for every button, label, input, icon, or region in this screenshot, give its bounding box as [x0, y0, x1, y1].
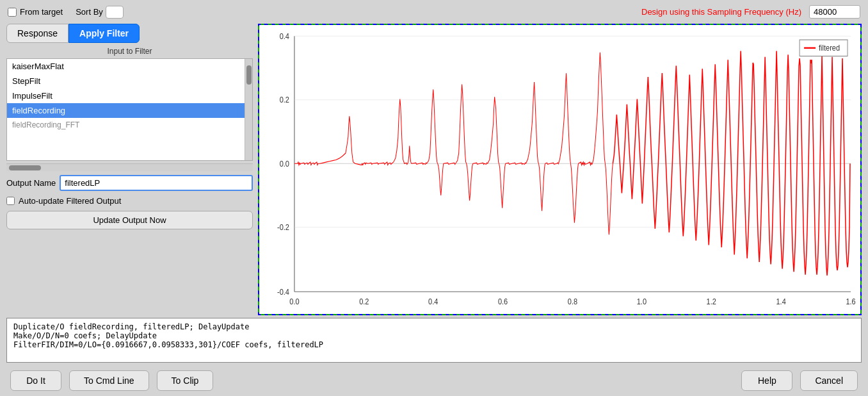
button-row: Response Apply Filter — [6, 24, 253, 43]
from-target-checkbox-label[interactable]: From target — [8, 7, 63, 17]
svg-text:0.2: 0.2 — [359, 297, 369, 306]
auto-update-checkbox[interactable] — [6, 197, 15, 205]
list-scrollbar[interactable] — [245, 59, 252, 160]
sort-by-label: Sort By — [76, 7, 103, 17]
scrollbar-thumb — [246, 65, 252, 85]
svg-text:1.6: 1.6 — [846, 297, 856, 306]
sampling-freq-input[interactable] — [809, 5, 860, 19]
svg-text:0.2: 0.2 — [280, 95, 289, 105]
auto-update-row: Auto-update Filtered Output — [6, 196, 253, 206]
svg-text:1.4: 1.4 — [776, 297, 786, 306]
sampling-freq-label: Design using this Sampling Frequency (Hz… — [641, 7, 801, 17]
list-item[interactable]: StepFilt — [7, 74, 245, 88]
horiz-scrollbar[interactable] — [6, 163, 253, 171]
help-button[interactable]: Help — [741, 370, 792, 391]
do-it-button[interactable]: Do It — [10, 370, 61, 391]
console-line-2: Make/O/D/N=0 coefs; DelayUpdate — [13, 331, 855, 340]
svg-text:0.0: 0.0 — [289, 297, 300, 306]
svg-rect-0 — [259, 25, 860, 314]
auto-update-label: Auto-update Filtered Output — [19, 196, 121, 206]
response-button[interactable]: Response — [6, 24, 68, 43]
to-clip-button[interactable]: To Clip — [157, 370, 214, 391]
list-item-selected[interactable]: fieldRecording — [7, 103, 245, 118]
sort-by-select[interactable] — [106, 6, 124, 19]
horiz-thumb — [9, 165, 41, 170]
update-output-button[interactable]: Update Output Now — [6, 211, 253, 229]
svg-text:0.8: 0.8 — [568, 297, 578, 306]
main-content: Response Apply Filter Input to Filter ka… — [0, 24, 868, 315]
console-area: Duplicate/O fieldRecording, filteredLP; … — [6, 318, 862, 363]
list-items: kaiserMaxFlat StepFilt ImpulseFilt field… — [7, 59, 245, 160]
list-container: kaiserMaxFlat StepFilt ImpulseFilt field… — [6, 58, 253, 161]
svg-text:0.0: 0.0 — [280, 159, 290, 169]
svg-text:1.2: 1.2 — [707, 297, 716, 306]
list-item[interactable]: kaiserMaxFlat — [7, 59, 245, 74]
list-item[interactable]: ImpulseFilt — [7, 88, 245, 103]
left-panel: Response Apply Filter Input to Filter ka… — [6, 24, 253, 315]
output-name-label: Output Name — [6, 178, 56, 188]
bottom-bar: Do It To Cmd Line To Clip Help Cancel — [0, 365, 868, 396]
cancel-button[interactable]: Cancel — [800, 370, 858, 391]
svg-text:filtered: filtered — [819, 44, 840, 53]
output-name-row: Output Name — [6, 175, 253, 191]
chart-area: 0.4 0.2 0.0 -0.2 -0.4 0.0 0.2 0.4 0.6 0.… — [258, 24, 862, 315]
svg-text:-0.4: -0.4 — [277, 287, 289, 297]
sort-by-container: Sort By — [76, 6, 124, 19]
from-target-label: From target — [20, 7, 63, 17]
console-line-3: FilterFIR/DIM=0/LO={0.0916667,0.0958333,… — [13, 340, 855, 349]
chart-svg: 0.4 0.2 0.0 -0.2 -0.4 0.0 0.2 0.4 0.6 0.… — [259, 25, 860, 314]
apply-filter-button[interactable]: Apply Filter — [68, 24, 140, 43]
output-name-input[interactable] — [60, 175, 253, 191]
list-item[interactable]: fieldRecording_FFT — [7, 118, 245, 132]
to-cmd-line-button[interactable]: To Cmd Line — [69, 370, 149, 391]
console-line-1: Duplicate/O fieldRecording, filteredLP; … — [13, 322, 855, 331]
from-target-checkbox[interactable] — [8, 8, 17, 17]
svg-text:0.4: 0.4 — [280, 31, 290, 41]
svg-text:0.6: 0.6 — [498, 297, 508, 306]
svg-text:-0.2: -0.2 — [277, 223, 289, 233]
bottom-left-buttons: Do It To Cmd Line To Clip — [10, 370, 213, 391]
svg-text:0.4: 0.4 — [428, 297, 438, 306]
input-to-filter-label: Input to Filter — [6, 47, 253, 56]
bottom-right-buttons: Help Cancel — [741, 370, 858, 391]
svg-text:1.0: 1.0 — [637, 297, 647, 306]
top-bar: From target Sort By Design using this Sa… — [0, 0, 868, 24]
